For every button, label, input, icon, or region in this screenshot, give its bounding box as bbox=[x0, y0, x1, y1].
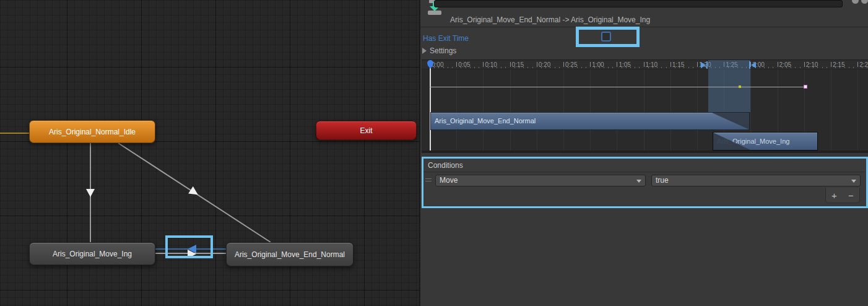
ruler-minor-tick bbox=[492, 67, 493, 68]
ruler-minor-tick bbox=[545, 67, 546, 68]
ruler-tick bbox=[778, 62, 778, 67]
ruler-minor-tick bbox=[594, 67, 595, 68]
gear-icon[interactable] bbox=[861, 0, 868, 4]
ruler-minor-tick bbox=[559, 67, 560, 68]
ruler-tick-label: 0:15 bbox=[512, 61, 524, 68]
help-icon[interactable] bbox=[852, 0, 859, 4]
ruler-minor-tick bbox=[550, 67, 550, 68]
ruler-minor-tick bbox=[666, 67, 667, 68]
state-node-exit[interactable]: Exit bbox=[316, 121, 417, 140]
playhead-line[interactable] bbox=[430, 60, 431, 152]
transition-arrow-down-icon[interactable] bbox=[86, 189, 95, 197]
ruler-tick bbox=[483, 62, 484, 67]
add-condition-button[interactable]: + bbox=[828, 190, 841, 201]
ruler-tick-label: 2:10 bbox=[806, 61, 818, 68]
ruler-minor-tick bbox=[822, 67, 823, 68]
remove-condition-button[interactable]: − bbox=[844, 190, 858, 201]
transition-selection-highlight bbox=[165, 235, 213, 258]
ruler-minor-tick bbox=[497, 67, 497, 68]
transition-arrow-diagonal-icon[interactable] bbox=[188, 186, 200, 198]
transition-title: Aris_Original_Move_End_Normal -> Aris_Or… bbox=[450, 15, 650, 24]
ruler-minor-tick bbox=[505, 67, 506, 68]
ruler-minor-tick bbox=[639, 67, 640, 68]
ruler-minor-tick bbox=[648, 67, 649, 68]
transition-end-marker-icon[interactable] bbox=[748, 61, 757, 69]
clip-fade-out bbox=[712, 113, 749, 129]
ruler-tick-label: 1:10 bbox=[646, 61, 658, 68]
drag-handle-icon[interactable] bbox=[425, 178, 432, 181]
has-exit-time-label: Has Exit Time bbox=[423, 34, 469, 43]
line-end-handle-icon[interactable] bbox=[804, 85, 807, 89]
ruler-minor-tick bbox=[466, 67, 466, 68]
ruler-minor-tick bbox=[764, 67, 765, 68]
ruler-minor-tick bbox=[474, 67, 475, 68]
state-node-move-end-normal[interactable]: Aris_Original_Move_End_Normal bbox=[226, 242, 354, 266]
ruler-minor-tick bbox=[653, 67, 653, 68]
timeline-bottom-strip bbox=[422, 151, 868, 153]
ruler-tick-label: 0:05 bbox=[458, 61, 470, 68]
ruler-minor-tick bbox=[626, 67, 627, 68]
ruler-tick bbox=[697, 62, 698, 67]
ruler-minor-tick bbox=[800, 67, 801, 68]
ruler-minor-tick bbox=[452, 67, 453, 68]
ruler-minor-tick bbox=[813, 67, 814, 68]
state-node-label: Aris_Original_Move_End_Normal bbox=[235, 250, 345, 259]
ruler-minor-tick bbox=[438, 67, 439, 68]
ruler-minor-tick bbox=[693, 67, 693, 68]
ruler-minor-tick bbox=[488, 67, 488, 68]
ruler-minor-tick bbox=[519, 67, 519, 68]
ruler-tick-label: 1:15 bbox=[672, 61, 684, 68]
ruler-minor-tick bbox=[817, 67, 818, 68]
ruler-minor-tick bbox=[630, 67, 631, 68]
transition-timeline[interactable]: 0:000:050:100:150:200:251:001:051:101:15… bbox=[422, 59, 868, 153]
ruler-minor-tick bbox=[581, 67, 582, 68]
animator-graph-canvas[interactable]: Aris_Original_Normal_Idle Exit Aris_Orig… bbox=[0, 0, 419, 306]
ruler-minor-tick bbox=[809, 67, 809, 68]
ruler-tick-label: 2:05 bbox=[779, 61, 791, 68]
condition-value: true bbox=[656, 176, 669, 185]
playhead-pin-icon[interactable] bbox=[426, 60, 435, 69]
ruler-minor-tick bbox=[608, 67, 609, 68]
timeline-ruler[interactable]: 0:000:050:100:150:200:251:001:051:101:15… bbox=[422, 60, 868, 69]
settings-foldout[interactable]: Settings bbox=[422, 46, 456, 55]
ruler-minor-tick bbox=[532, 67, 533, 68]
ruler-minor-tick bbox=[768, 67, 769, 68]
condition-value-dropdown[interactable]: true bbox=[651, 175, 861, 186]
ruler-tick bbox=[456, 62, 457, 67]
ruler-minor-tick bbox=[501, 67, 501, 68]
transition-duration-region[interactable] bbox=[708, 60, 750, 112]
keyframe-dot-icon[interactable] bbox=[739, 85, 741, 88]
ruler-minor-tick bbox=[586, 67, 586, 68]
condition-parameter-dropdown[interactable]: Move bbox=[435, 175, 646, 186]
ruler-minor-tick bbox=[443, 67, 444, 68]
state-node-normal-idle[interactable]: Aris_Original_Normal_Idle bbox=[29, 120, 155, 143]
header-slider[interactable] bbox=[434, 0, 843, 7]
ruler-minor-tick bbox=[577, 67, 578, 68]
transition-start-marker-icon[interactable] bbox=[700, 61, 709, 69]
ruler-tick bbox=[617, 62, 617, 67]
ruler-minor-tick bbox=[786, 67, 787, 68]
ruler-minor-tick bbox=[514, 67, 515, 68]
conditions-header: Conditions bbox=[423, 159, 866, 172]
ruler-tick bbox=[510, 62, 511, 67]
ruler-minor-tick bbox=[622, 67, 622, 68]
ruler-minor-tick bbox=[470, 67, 471, 68]
ruler-tick bbox=[537, 62, 537, 67]
ruler-tick bbox=[671, 62, 671, 67]
settings-label: Settings bbox=[430, 46, 456, 55]
inspector-panel: Aris_Original_Move_End_Normal -> Aris_Or… bbox=[419, 0, 868, 306]
timeline-clip-bar-move-end-normal[interactable]: Aris_Original_Move_End_Normal bbox=[430, 112, 750, 130]
ruler-minor-tick bbox=[827, 67, 827, 68]
ruler-minor-tick bbox=[862, 67, 862, 68]
state-node-label: Aris_Original_Normal_Idle bbox=[49, 128, 136, 136]
ruler-minor-tick bbox=[853, 67, 854, 68]
state-node-move-ing[interactable]: Aris_Original_Move_Ing bbox=[29, 242, 155, 265]
ruler-tick-label: 0:20 bbox=[539, 61, 550, 68]
condition-row: Move true bbox=[423, 173, 866, 187]
ruler-minor-tick bbox=[461, 67, 461, 68]
ruler-minor-tick bbox=[684, 67, 684, 68]
timeline-clip-bar-move-ing[interactable]: Aris_Original_Move_Ing bbox=[713, 132, 818, 151]
ruler-minor-tick bbox=[448, 67, 448, 68]
blend-duration-line[interactable] bbox=[430, 87, 805, 87]
ruler-minor-tick bbox=[760, 67, 760, 68]
